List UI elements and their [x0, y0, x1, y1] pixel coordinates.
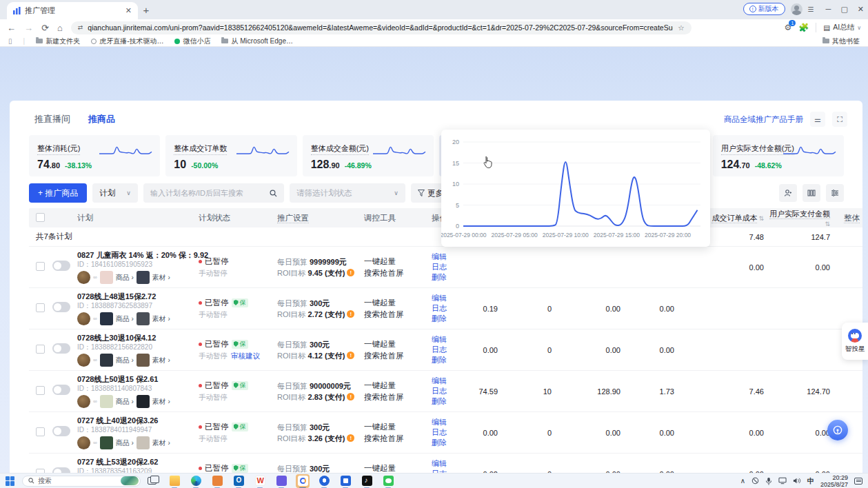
- volume-icon[interactable]: [793, 477, 801, 485]
- stat-card-cost[interactable]: 整体消耗(元) 74.80-38.13%: [29, 135, 160, 176]
- taskbar-app-blueround[interactable]: [317, 474, 331, 488]
- taskbar-app-purple[interactable]: [274, 474, 288, 488]
- edit-link[interactable]: 编辑: [432, 293, 461, 303]
- microphone-icon[interactable]: [765, 477, 772, 485]
- taskbar-search[interactable]: 搜索: [22, 476, 141, 487]
- product-thumbnail[interactable]: [100, 436, 113, 449]
- plan-title[interactable]: 0728线上50退15 保2.61: [77, 374, 197, 384]
- col-header-plan[interactable]: 计划: [76, 213, 197, 223]
- delete-link[interactable]: 删除: [432, 438, 461, 448]
- bookmark-item[interactable]: 从 Microsoft Edge…: [221, 37, 292, 46]
- delete-link[interactable]: 删除: [432, 396, 461, 407]
- col-header-status[interactable]: 计划状态: [197, 213, 276, 223]
- card-settings-icon[interactable]: ⚌: [810, 112, 825, 127]
- tray-chevron-up-icon[interactable]: ∧: [740, 478, 745, 485]
- extension-notify-icon[interactable]: ⚙1: [785, 23, 792, 32]
- log-link[interactable]: 日志: [432, 386, 461, 396]
- bookmark-star-icon[interactable]: ☆: [678, 23, 684, 32]
- taskbar-app-outlook[interactable]: [232, 474, 245, 488]
- product-link[interactable]: 商品 ›: [116, 397, 134, 407]
- info-icon[interactable]: !: [347, 310, 354, 318]
- one-key-boost-link[interactable]: 一键起量: [364, 462, 430, 474]
- info-icon[interactable]: !: [347, 434, 354, 442]
- search-topview-link[interactable]: 搜索抢首屏: [364, 350, 430, 362]
- task-view-icon[interactable]: [148, 477, 157, 485]
- table-settings-icon[interactable]: [826, 184, 844, 202]
- taskbar-app-wechat[interactable]: [381, 474, 395, 488]
- bookmark-item[interactable]: 新建文件夹: [36, 37, 80, 46]
- plan-title[interactable]: 0728线上30退10保4.12: [77, 333, 197, 343]
- plan-title[interactable]: 0727 线上40退20保3.26: [77, 416, 197, 425]
- info-icon[interactable]: !: [347, 269, 354, 276]
- new-version-button[interactable]: ! 新版本: [743, 3, 785, 15]
- stat-card-paid-amount[interactable]: 用户实际支付金额(元) 124.70-48.62%: [713, 135, 844, 176]
- material-thumbnail[interactable]: [137, 436, 150, 449]
- product-thumbnail[interactable]: [100, 271, 113, 284]
- material-link[interactable]: 素材 ›: [152, 438, 170, 448]
- col-header-tools[interactable]: 调控工具: [363, 213, 430, 223]
- stat-card-orders[interactable]: 整体成交订单数 10-50.00%: [165, 135, 296, 176]
- material-thumbnail[interactable]: [137, 271, 150, 284]
- reload-icon[interactable]: ⟳: [41, 23, 49, 32]
- edit-link[interactable]: 编辑: [432, 334, 461, 345]
- log-link[interactable]: 日志: [432, 303, 461, 314]
- product-link[interactable]: 商品 ›: [116, 438, 134, 448]
- product-manual-link[interactable]: 商品全域推广产品手册: [724, 114, 803, 125]
- taskbar-app-store[interactable]: [210, 474, 224, 488]
- plan-title[interactable]: 0727 线上53退20保2.62: [77, 457, 197, 467]
- log-link[interactable]: 日志: [432, 427, 461, 438]
- plan-enable-toggle[interactable]: [52, 385, 70, 395]
- info-icon[interactable]: !: [347, 352, 354, 359]
- window-minimize-button[interactable]: ─: [826, 5, 831, 13]
- new-tab-button[interactable]: +: [138, 1, 154, 18]
- window-close-button[interactable]: ✕: [858, 5, 864, 14]
- side-panel-icon[interactable]: ▯: [8, 37, 12, 45]
- fullscreen-icon[interactable]: ⛶: [832, 112, 847, 127]
- search-topview-link[interactable]: 搜索抢首屏: [364, 309, 430, 321]
- column-settings-icon[interactable]: [803, 184, 820, 202]
- taskbar-app-explorer[interactable]: [168, 474, 181, 488]
- one-key-boost-link[interactable]: 一键起量: [364, 297, 430, 309]
- log-link[interactable]: 日志: [432, 262, 461, 272]
- sort-icon[interactable]: ⇅: [825, 221, 830, 227]
- ime-indicator[interactable]: 中: [807, 476, 814, 486]
- row-checkbox[interactable]: [36, 386, 45, 395]
- row-checkbox[interactable]: [36, 427, 45, 436]
- taskbar-app-edge[interactable]: [189, 474, 203, 488]
- search-highlight-image[interactable]: [121, 476, 139, 485]
- one-key-boost-link[interactable]: 一键起量: [364, 421, 430, 433]
- delete-link[interactable]: 删除: [432, 314, 461, 324]
- plan-title[interactable]: 0827 儿童雨衣 14% 返：20% 保：9.92: [77, 250, 197, 260]
- bookmark-item[interactable]: 虎牙直播-技术驱动…: [91, 37, 163, 46]
- product-link[interactable]: 商品 ›: [116, 314, 134, 324]
- info-icon[interactable]: !: [347, 393, 354, 400]
- help-float-button[interactable]: [827, 420, 848, 440]
- col-header-paid-amount[interactable]: 用户实际支付金额⇅: [769, 209, 836, 227]
- back-icon[interactable]: ←: [7, 23, 16, 32]
- product-link[interactable]: 商品 ›: [116, 356, 134, 365]
- tab-close-icon[interactable]: ✕: [125, 7, 132, 14]
- delete-link[interactable]: 删除: [432, 355, 461, 365]
- home-icon[interactable]: ⌂: [57, 23, 63, 32]
- select-all-checkbox[interactable]: [36, 213, 45, 222]
- window-maximize-button[interactable]: ▢: [840, 5, 847, 14]
- plan-title[interactable]: 0728线上48退15保2.72: [77, 292, 197, 301]
- product-thumbnail[interactable]: [100, 312, 113, 325]
- product-link[interactable]: 商品 ›: [116, 273, 134, 283]
- edit-link[interactable]: 编辑: [432, 252, 461, 262]
- edit-link[interactable]: 编辑: [432, 376, 461, 386]
- other-bookmarks-button[interactable]: 其他书签: [822, 37, 860, 46]
- plan-enable-toggle[interactable]: [52, 426, 70, 436]
- browser-profile-avatar[interactable]: [791, 3, 803, 15]
- material-thumbnail[interactable]: [137, 395, 150, 408]
- material-link[interactable]: 素材 ›: [152, 314, 170, 324]
- audience-icon[interactable]: [779, 184, 797, 202]
- search-input[interactable]: 输入计划名称/ID后回车搜索: [143, 183, 284, 203]
- one-key-boost-link[interactable]: 一键起量: [364, 256, 430, 267]
- network-display-icon[interactable]: [778, 477, 787, 485]
- material-thumbnail[interactable]: [137, 312, 150, 325]
- plan-enable-toggle[interactable]: [52, 302, 70, 312]
- row-checkbox[interactable]: [36, 345, 45, 354]
- taskbar-clock[interactable]: 20:29 2025/8/27: [820, 474, 848, 488]
- forward-icon[interactable]: →: [24, 23, 33, 32]
